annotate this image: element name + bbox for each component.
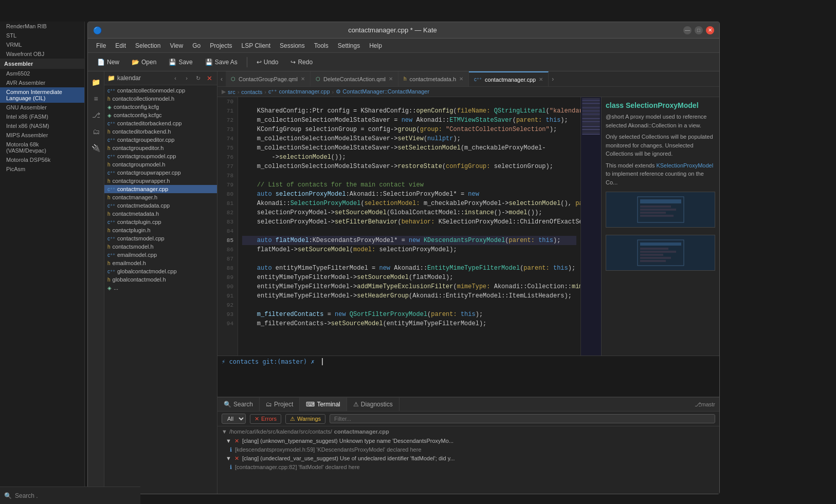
lang-list-item[interactable]: RenderMan RIB — [0, 22, 84, 31]
error-badge-2: ✕ — [234, 455, 239, 462]
saveas-button[interactable]: 💾 Save As — [200, 57, 243, 68]
menu-edit[interactable]: Edit — [111, 41, 130, 51]
sidebar-git-icon[interactable]: ⎇ — [89, 108, 103, 122]
file-tree-item[interactable]: hcontacteditorbackend.h — [104, 127, 217, 136]
file-tree-item[interactable]: hcontactplugin.h — [104, 226, 217, 234]
file-tree-item[interactable]: c⁺⁺contactgroupeditor.cpp — [104, 136, 217, 144]
file-tree-item[interactable]: c⁺⁺contactcollectionmodel.cpp — [104, 86, 217, 95]
error-icon: ✕ — [255, 416, 259, 422]
menu-help[interactable]: Help — [365, 41, 386, 51]
problems-filter-select[interactable]: All — [222, 414, 246, 424]
problems-filter-input[interactable] — [330, 414, 715, 423]
menu-file[interactable]: File — [92, 41, 110, 51]
problem-item-1[interactable]: ▼ ✕ [clang] (unknown_typename_suggest) U… — [217, 437, 719, 445]
menu-settings[interactable]: Settings — [334, 41, 364, 51]
file-tree-item[interactable]: hcontactmetadata.h — [104, 210, 217, 218]
tab-search[interactable]: 🔍 Search — [217, 398, 260, 411]
lang-list-item[interactable]: AVR Assembler — [0, 78, 84, 87]
tab-close-contactmetadata-h[interactable]: ✕ — [459, 76, 463, 82]
tab-project[interactable]: 🗂 Project — [260, 398, 300, 411]
lang-list-item[interactable]: PicAsm — [0, 164, 84, 174]
tab-close-contactmanager-cpp[interactable]: ✕ — [539, 77, 543, 82]
breadcrumb-contacts[interactable]: contacts — [241, 89, 262, 95]
file-tree-item[interactable]: ◈contactconfig.kcfg — [104, 103, 217, 111]
problem-item-2[interactable]: ▼ ✕ [clang] (undeclared_var_use_suggest)… — [217, 454, 719, 463]
editor-tabs: ‹ ⬡ ContactGroupPage.qml ✕ ⬡ DeleteConta… — [217, 71, 719, 87]
file-tree-item[interactable]: c⁺⁺contactgroupwrapper.cpp — [104, 169, 217, 177]
file-tree-item[interactable]: hcontactmanager.h — [104, 193, 217, 201]
file-tree-item[interactable]: hcontactgroupeditor.h — [104, 144, 217, 152]
path-prefix: /home/carl/kde/src/kalendar/src/contacts… — [229, 428, 332, 435]
code-line: m_collectionSelectionModelStateSaver->re… — [242, 162, 576, 171]
terminal-area[interactable]: ⚡ contacts git:(master) ✗ — [217, 356, 719, 397]
menu-lsp[interactable]: LSP Client — [238, 41, 275, 51]
file-tree-item[interactable]: ◈... — [104, 284, 217, 292]
file-tree-item[interactable]: c⁺⁺contactgroupmodel.cpp — [104, 152, 217, 160]
sidebar-filetree-icon[interactable]: 📁 — [89, 76, 103, 89]
sidebar-folder-icon[interactable]: 🗂 — [89, 125, 103, 138]
tab-nav-left[interactable]: ‹ — [217, 71, 226, 86]
file-tree-item[interactable]: c⁺⁺emailmodel.cpp — [104, 251, 217, 259]
filetree-nav-back[interactable]: ‹ — [171, 73, 180, 83]
undo-button[interactable]: ↩ Undo — [251, 57, 284, 68]
file-tree-item[interactable]: c⁺⁺contactsmodel.cpp — [104, 234, 217, 242]
menu-go[interactable]: Go — [188, 41, 205, 51]
close-button[interactable]: ✕ — [706, 26, 714, 34]
file-tree-item[interactable]: hemailmodel.h — [104, 259, 217, 267]
errors-button[interactable]: ✕ Errors — [250, 414, 281, 424]
maximize-button[interactable]: □ — [695, 26, 703, 34]
breadcrumb-src[interactable]: src — [228, 89, 235, 95]
lang-list-item[interactable]: MIPS Assembler — [0, 130, 84, 140]
filetree-close[interactable]: ✕ — [205, 73, 214, 83]
tab-terminal[interactable]: ⌨ Terminal — [300, 398, 347, 411]
warnings-button[interactable]: ⚠ Warnings — [285, 414, 325, 424]
lang-list-item[interactable]: Motorola 68k (VASM/Devpac) — [0, 140, 84, 155]
code-lines[interactable]: KSharedConfig::Ptr config = KSharedConfi… — [238, 97, 580, 356]
file-tree-item[interactable]: hglobalcontactmodel.h — [104, 275, 217, 284]
tab-contactmetadata-h[interactable]: h contactmetadata.h ✕ — [398, 71, 469, 86]
tab-close-deletecontact[interactable]: ✕ — [389, 76, 393, 82]
file-tree-item[interactable]: hcontactcollectionmodel.h — [104, 95, 217, 103]
open-button[interactable]: 📂 Open — [126, 57, 161, 68]
file-tree-item[interactable]: c⁺⁺contactmanager.cpp — [104, 185, 217, 193]
lang-list-item[interactable]: VRML — [0, 40, 84, 49]
minimize-button[interactable]: — — [683, 26, 692, 34]
file-tree-item[interactable]: c⁺⁺contactmetadata.cpp — [104, 201, 217, 210]
file-tree-item[interactable]: c⁺⁺contacteditorbackend.cpp — [104, 119, 217, 127]
lang-list-item[interactable]: STL — [0, 31, 84, 40]
breadcrumb-file[interactable]: c⁺⁺ contactmanager.cpp — [268, 88, 330, 95]
code-editor[interactable]: 7071727374757677787980818283848586878889… — [217, 97, 601, 356]
new-button[interactable]: 📄 New — [92, 57, 124, 68]
lang-list-item[interactable]: Common Intermediate Language (CIL) — [0, 87, 84, 103]
redo-button[interactable]: ↪ Redo — [285, 57, 318, 68]
tab-close-contactgrouppage[interactable]: ✕ — [301, 76, 305, 82]
file-tree-item[interactable]: hcontactgroupmodel.h — [104, 160, 217, 169]
menu-tools[interactable]: Tools — [310, 41, 333, 51]
filetree-refresh[interactable]: ↻ — [193, 73, 203, 83]
sidebar-list-icon[interactable]: ≡ — [89, 92, 103, 105]
lang-list-item[interactable]: GNU Assembler — [0, 103, 84, 112]
file-tree-item[interactable]: c⁺⁺contactplugin.cpp — [104, 218, 217, 226]
menu-projects[interactable]: Projects — [206, 41, 236, 51]
menu-sessions[interactable]: Sessions — [276, 41, 309, 51]
lang-list-item[interactable]: Asm6502 — [0, 69, 84, 78]
tab-nav-right[interactable]: › — [549, 71, 557, 86]
file-tree-item[interactable]: hcontactgroupwrapper.h — [104, 177, 217, 185]
lang-list-item[interactable]: Intel x86 (FASM) — [0, 112, 84, 121]
lang-list-item[interactable]: Motorola DSP56k — [0, 155, 84, 164]
sidebar-plugin-icon[interactable]: 🔌 — [89, 141, 103, 155]
filetree-nav-forward[interactable]: › — [182, 73, 191, 83]
tab-contactmanager-cpp[interactable]: c⁺⁺ contactmanager.cpp ✕ — [469, 71, 549, 86]
file-tree-item[interactable]: hcontactsmodel.h — [104, 242, 217, 251]
save-button[interactable]: 💾 Save — [163, 57, 197, 68]
tab-contactgrouppage[interactable]: ⬡ ContactGroupPage.qml ✕ — [226, 71, 311, 86]
file-tree-item[interactable]: ◈contactconfig.kcfgc — [104, 111, 217, 119]
tab-deletecontact[interactable]: ⬡ DeleteContactAction.qml ✕ — [311, 71, 398, 86]
menu-selection[interactable]: Selection — [131, 41, 165, 51]
menu-view[interactable]: View — [166, 41, 187, 51]
file-tree-item[interactable]: c⁺⁺globalcontactmodel.cpp — [104, 267, 217, 275]
breadcrumb-symbol[interactable]: ⚙ ContactManager::ContactManager — [336, 88, 429, 95]
lang-list-item[interactable]: Intel x86 (NASM) — [0, 121, 84, 130]
tab-diagnostics[interactable]: ⚠ Diagnostics — [347, 398, 399, 411]
lang-list-item[interactable]: Wavefront OBJ — [0, 49, 84, 59]
